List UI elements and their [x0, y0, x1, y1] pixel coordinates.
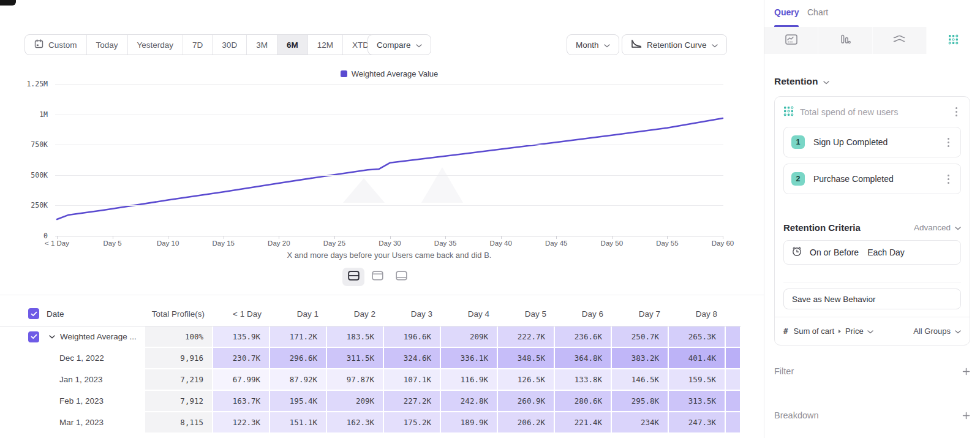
x-axis-tick	[556, 236, 557, 239]
retention-value-cell[interactable]: 265.3K	[669, 327, 726, 348]
table-header-cell[interactable]: Day 7	[612, 301, 669, 327]
table-header-cell[interactable]: Total Profile(s)	[145, 301, 213, 327]
table-header-cell[interactable]: Day 8	[669, 301, 726, 327]
retention-value-cell[interactable]: 348.5K	[498, 348, 555, 369]
table-row-label[interactable]: Feb 1, 2023	[0, 391, 145, 412]
expand-chevron-icon[interactable]	[49, 335, 55, 339]
retention-value-cell[interactable]: 175.2K	[384, 412, 441, 434]
behavior-step[interactable]: 2Purchase Completed	[783, 164, 961, 194]
report-section-heading[interactable]: Retention	[774, 76, 970, 87]
behavior-steps: 1Sign Up Completed2Purchase Completed	[783, 127, 961, 194]
add-filter-button[interactable]	[962, 368, 970, 376]
retention-value-cell[interactable]: 97.87K	[327, 369, 384, 391]
retention-curve-line[interactable]	[57, 118, 723, 219]
total-profiles-cell[interactable]: 100%	[145, 327, 213, 348]
table-header-cell[interactable]: Day 4	[441, 301, 498, 327]
retention-value-cell[interactable]: 135.9K	[213, 327, 270, 348]
report-tab-funnels[interactable]	[818, 27, 872, 54]
total-profiles-cell[interactable]: 7,219	[145, 369, 213, 391]
save-as-new-behavior-button[interactable]: Save as New Behavior	[783, 289, 961, 309]
retention-value-cell[interactable]: 196.6K	[384, 327, 441, 348]
retention-value-cell[interactable]: 209K	[327, 391, 384, 412]
retention-value-cell[interactable]: 222.7K	[498, 327, 555, 348]
table-header-cell[interactable]: < 1 Day	[213, 301, 270, 327]
criteria-condition-row[interactable]: On or Before Each Day	[783, 240, 961, 265]
x-axis-label: Day 15	[198, 240, 249, 247]
table-row-label[interactable]: Dec 1, 2022	[0, 348, 145, 369]
retention-value-cell[interactable]: 336.1K	[441, 348, 498, 369]
retention-value-cell[interactable]: 236.6K	[555, 327, 612, 348]
retention-value-cell[interactable]: 189.9K	[441, 412, 498, 434]
retention-value-cell[interactable]: 311.5K	[327, 348, 384, 369]
retention-value-cell[interactable]: 209K	[441, 327, 498, 348]
retention-value-cell[interactable]: 126.5K	[498, 369, 555, 391]
table-row-label[interactable]: Mar 1, 2023	[0, 412, 145, 434]
behavior-menu-button[interactable]	[952, 105, 961, 118]
retention-value-cell[interactable]: 280.6K	[555, 391, 612, 412]
retention-value-cell[interactable]: 183.5K	[327, 327, 384, 348]
table-view-toggle-button[interactable]	[390, 268, 412, 286]
retention-value-cell[interactable]: 67.99K	[213, 369, 270, 391]
retention-value-cell[interactable]: 122.3K	[213, 412, 270, 434]
retention-value-cell[interactable]: 295.8K	[612, 391, 669, 412]
total-profiles-cell[interactable]: 9,916	[145, 348, 213, 369]
retention-value-cell[interactable]: 383.2K	[612, 348, 669, 369]
retention-value-cell[interactable]: 247.3K	[669, 412, 726, 434]
measurement-property-dropdown[interactable]: Sum of cart Price	[794, 327, 873, 336]
report-tab-flows[interactable]	[873, 27, 927, 54]
table-header-date[interactable]: Date	[0, 301, 145, 327]
table-header-cell[interactable]: Day 1	[270, 301, 327, 327]
panel-tab-bar: Query Chart	[764, 0, 980, 27]
report-tab-retention[interactable]	[927, 27, 980, 54]
step-menu-button[interactable]	[944, 173, 953, 186]
retention-value-cell[interactable]: 195.4K	[270, 391, 327, 412]
split-view-toggle-button[interactable]	[342, 268, 364, 286]
retention-value-cell[interactable]: 221.4K	[555, 412, 612, 434]
retention-value-cell[interactable]: 162.3K	[327, 412, 384, 434]
chart-view-toggle-button[interactable]	[366, 268, 388, 286]
retention-value-cell[interactable]: 324.6K	[384, 348, 441, 369]
criteria-mode-dropdown[interactable]: Advanced	[914, 223, 961, 232]
retention-value-cell[interactable]: 116.9K	[441, 369, 498, 391]
step-menu-button[interactable]	[944, 136, 953, 149]
retention-value-cell[interactable]: 227.2K	[384, 391, 441, 412]
retention-chart[interactable]: Weighted Average Value X and more days b…	[0, 0, 764, 294]
table-header-cell[interactable]: Day 2	[327, 301, 384, 327]
table-row-label[interactable]: Jan 1, 2023	[0, 369, 145, 391]
total-profiles-cell[interactable]: 7,912	[145, 391, 213, 412]
retention-value-cell[interactable]: 171.2K	[270, 327, 327, 348]
retention-value-cell[interactable]: 364.8K	[555, 348, 612, 369]
retention-value-cell[interactable]: 206.2K	[498, 412, 555, 434]
retention-value-cell[interactable]: 87.92K	[270, 369, 327, 391]
retention-value-cell[interactable]: 163.7K	[213, 391, 270, 412]
tab-query[interactable]: Query	[774, 7, 799, 17]
total-profiles-cell[interactable]: 8,115	[145, 412, 213, 434]
retention-value-cell[interactable]: 230.7K	[213, 348, 270, 369]
select-all-checkbox[interactable]	[28, 308, 39, 319]
table-header-cell[interactable]: Day 6	[555, 301, 612, 327]
behavior-step[interactable]: 1Sign Up Completed	[783, 127, 961, 157]
table-header-cell[interactable]: Day 3	[384, 301, 441, 327]
table-row-label[interactable]: Weighted Average ...	[0, 327, 145, 348]
row-checkbox[interactable]	[28, 331, 39, 342]
retention-value-cell[interactable]: 401.4K	[669, 348, 726, 369]
report-tab-insights[interactable]	[764, 27, 818, 54]
retention-value-cell[interactable]: 296.6K	[270, 348, 327, 369]
retention-value-cell[interactable]: 260.9K	[498, 391, 555, 412]
retention-value-cell[interactable]: 151.1K	[270, 412, 327, 434]
y-axis-label: 1.25M	[11, 80, 48, 88]
retention-value-cell[interactable]: 250.7K	[612, 327, 669, 348]
retention-value-cell[interactable]: 242.8K	[441, 391, 498, 412]
add-breakdown-button[interactable]	[962, 412, 970, 420]
retention-value-cell[interactable]: 234K	[612, 412, 669, 434]
table-header-cell[interactable]: Day 5	[498, 301, 555, 327]
x-axis-tick	[168, 236, 168, 239]
groups-dropdown[interactable]: All Groups	[913, 327, 961, 336]
retention-value-cell[interactable]: 313.5K	[669, 391, 726, 412]
tab-chart[interactable]: Chart	[807, 7, 828, 17]
retention-value-cell[interactable]: 146.5K	[612, 369, 669, 391]
retention-value-cell[interactable]: 107.1K	[384, 369, 441, 391]
retention-value-cell[interactable]: 133.8K	[555, 369, 612, 391]
retention-value-cell[interactable]: 159.5K	[669, 369, 726, 391]
retention-line-chart-canvas[interactable]	[0, 0, 764, 294]
